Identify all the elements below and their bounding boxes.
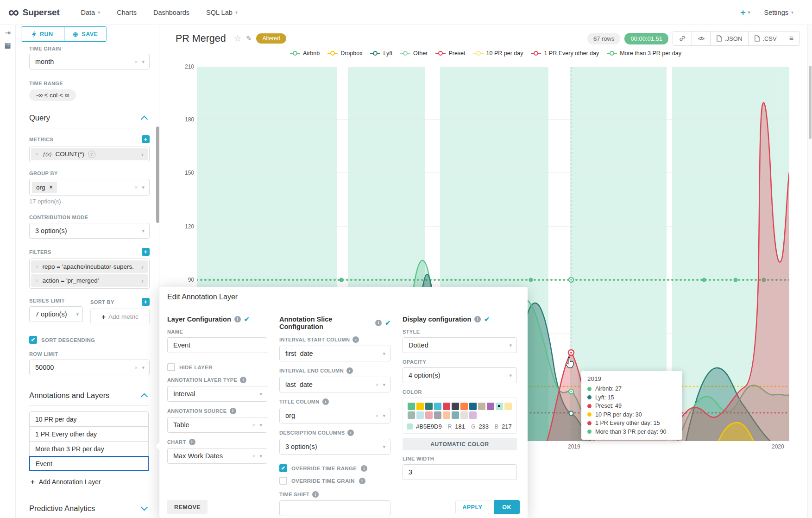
series-limit-select[interactable]: 7 option(s) ▾ xyxy=(29,306,83,322)
run-button[interactable]: RUN xyxy=(21,27,64,41)
color-swatch[interactable] xyxy=(408,411,415,419)
color-swatch[interactable] xyxy=(469,411,477,419)
color-swatch[interactable] xyxy=(443,403,450,410)
color-swatch[interactable] xyxy=(487,403,494,410)
legend-item[interactable]: 1 PR Every other day xyxy=(531,50,599,57)
color-swatch[interactable] xyxy=(416,403,424,410)
chart-select[interactable]: Max Work Dates × ▾ xyxy=(167,448,267,464)
chevron-right-icon[interactable]: › xyxy=(141,277,144,284)
opacity-select[interactable]: 4 option(s) ▾ xyxy=(403,367,517,383)
remove-filter-icon[interactable]: × xyxy=(35,263,39,270)
time-range-pill[interactable]: -∞ ≤ col < ∞ xyxy=(29,89,76,101)
annotation-layer-type-select[interactable]: Interval ▾ xyxy=(167,386,267,402)
color-swatch[interactable] xyxy=(469,403,477,410)
group-by-select[interactable]: org × × ▾ xyxy=(29,179,150,196)
row-limit-select[interactable]: 50000 × ▾ xyxy=(29,360,150,375)
remove-metric-icon[interactable]: × xyxy=(35,151,39,158)
color-swatch[interactable] xyxy=(452,403,459,410)
add-annotation-layer-button[interactable]: + Add Annotation Layer xyxy=(31,478,150,486)
annotation-source-select[interactable]: Table × ▾ xyxy=(167,417,267,433)
embed-code-button[interactable]: </> xyxy=(692,32,710,45)
add-metric-button[interactable]: + xyxy=(142,135,150,143)
color-swatch[interactable] xyxy=(434,403,441,410)
clear-icon[interactable]: × xyxy=(134,58,138,65)
query-section-header[interactable]: Query xyxy=(29,114,149,128)
copy-link-button[interactable] xyxy=(673,32,692,45)
color-swatch[interactable] xyxy=(460,403,468,410)
expand-datasource-icon[interactable]: ⇥ xyxy=(5,29,11,36)
title-column-select[interactable]: org × ▾ xyxy=(279,408,390,423)
apply-button[interactable]: APPLY xyxy=(455,500,489,514)
interval-start-select[interactable]: first_date ▾ xyxy=(279,346,390,361)
new-item-button[interactable]: +▾ xyxy=(740,7,750,18)
color-swatch[interactable] xyxy=(460,411,468,419)
export-json-button[interactable]: .JSON xyxy=(710,32,748,45)
save-button[interactable]: ⊕ SAVE xyxy=(64,27,107,41)
remove-button[interactable]: REMOVE xyxy=(167,500,208,514)
settings-menu[interactable]: Settings▾ xyxy=(764,9,793,16)
metric-pill[interactable]: × ƒ(x) COUNT(*) ? › xyxy=(31,148,148,160)
legend-item[interactable]: Lyft xyxy=(370,50,392,57)
predictive-section-header[interactable]: Predictive Analytics xyxy=(29,504,149,518)
chevron-right-icon[interactable]: › xyxy=(141,263,144,271)
edit-title-icon[interactable]: ✎ xyxy=(246,34,252,43)
sidebar-scrollbar-thumb[interactable] xyxy=(156,126,159,223)
sort-by-add-metric[interactable]: + Add metric xyxy=(90,309,150,324)
annotation-layer-item[interactable]: More than 3 PR per day xyxy=(29,441,149,456)
nav-item-dashboards[interactable]: Dashboards xyxy=(153,9,189,16)
legend-item[interactable]: Preset xyxy=(435,50,465,57)
color-swatch[interactable] xyxy=(408,403,415,410)
interval-end-select[interactable]: last_date × ▾ xyxy=(279,377,390,392)
clear-icon[interactable]: × xyxy=(252,422,256,429)
annotations-section-header[interactable]: Annotations and Layers xyxy=(29,391,149,406)
legend-item[interactable]: Other xyxy=(400,50,428,57)
color-swatch[interactable] xyxy=(443,411,450,419)
superset-brand[interactable]: ∞ Superset xyxy=(8,6,60,19)
color-swatch[interactable] xyxy=(425,403,433,410)
legend-item[interactable]: Dropbox xyxy=(327,50,362,57)
legend-item[interactable]: 10 PR per day xyxy=(473,50,523,57)
clear-icon[interactable]: × xyxy=(375,412,379,419)
color-swatch[interactable] xyxy=(452,411,459,419)
legend-item[interactable]: More than 3 PR per day xyxy=(607,50,681,57)
contribution-mode-select[interactable]: 3 option(s) ▾ xyxy=(29,223,150,239)
more-options-button[interactable]: ≡ xyxy=(783,32,799,45)
style-select[interactable]: Dotted ▾ xyxy=(403,337,517,353)
dataset-grid-icon[interactable]: ▦ xyxy=(4,42,11,49)
color-swatch[interactable] xyxy=(416,411,424,419)
color-swatch[interactable] xyxy=(434,411,441,419)
chevron-right-icon[interactable]: › xyxy=(141,150,144,158)
group-by-tag[interactable]: org × xyxy=(32,182,57,193)
legend-item[interactable]: Airbnb xyxy=(290,50,320,57)
window-scrollbar-thumb[interactable] xyxy=(809,66,812,139)
time-grain-select[interactable]: month × ▾ xyxy=(29,54,150,69)
color-swatch[interactable] xyxy=(478,403,485,410)
hide-layer-checkbox[interactable] xyxy=(167,363,175,371)
clear-icon[interactable]: × xyxy=(134,184,138,191)
color-swatch[interactable] xyxy=(504,403,512,410)
annotation-layer-item[interactable]: 10 PR per day xyxy=(29,411,149,427)
line-width-input[interactable]: 3 xyxy=(403,464,517,480)
clear-icon[interactable]: × xyxy=(252,453,256,460)
automatic-color-button[interactable]: AUTOMATIC COLOR xyxy=(403,438,517,450)
sort-descending-checkbox[interactable]: ✔ xyxy=(29,336,37,344)
description-columns-select[interactable]: 3 option(s) ▾ xyxy=(279,439,390,455)
filter-pill[interactable]: × action = 'pr_merged' › xyxy=(31,274,148,287)
override-time-range-checkbox[interactable]: ✔ xyxy=(279,464,287,472)
add-filter-button[interactable]: + xyxy=(142,248,150,256)
annotation-layer-item-selected[interactable]: Event xyxy=(29,456,149,471)
name-input[interactable]: Event xyxy=(167,337,267,353)
remove-tag-icon[interactable]: × xyxy=(50,184,53,190)
override-time-grain-checkbox[interactable] xyxy=(279,477,287,485)
favorite-star-icon[interactable]: ☆ xyxy=(234,33,241,44)
ok-button[interactable]: OK xyxy=(494,500,520,514)
filter-pill[interactable]: × repo = 'apache/incubator-supers... › xyxy=(31,260,148,273)
nav-item-charts[interactable]: Charts xyxy=(117,9,137,16)
export-csv-button[interactable]: .CSV xyxy=(748,32,782,45)
remove-filter-icon[interactable]: × xyxy=(35,277,39,284)
color-swatch-selected[interactable] xyxy=(496,403,503,410)
nav-item-data[interactable]: Data▾ xyxy=(81,9,101,16)
clear-icon[interactable]: × xyxy=(375,381,379,388)
add-sort-metric-button[interactable]: + xyxy=(142,298,150,306)
annotation-layer-item[interactable]: 1 PR Every other day xyxy=(29,426,149,442)
